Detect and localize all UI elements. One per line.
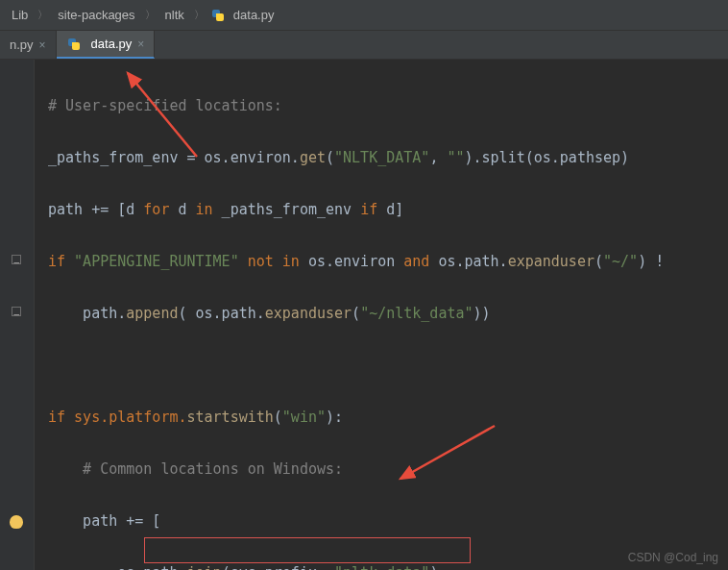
python-file-icon <box>66 37 82 52</box>
close-icon[interactable]: × <box>39 38 46 52</box>
breadcrumb-file[interactable]: data.py <box>230 6 279 24</box>
close-icon[interactable]: × <box>137 37 144 51</box>
code-area[interactable]: # User-specified locations: _paths_from_… <box>35 60 664 570</box>
breadcrumb-nltk[interactable]: nltk <box>161 6 188 24</box>
breadcrumb-lib[interactable]: Lib <box>8 6 32 24</box>
chevron-icon: 〉 <box>188 8 210 22</box>
chevron-icon: 〉 <box>139 8 161 22</box>
code-text: _paths_from_env <box>48 149 178 166</box>
tab-label: n.py <box>10 37 34 52</box>
comment: # User-specified locations: <box>48 97 282 114</box>
breadcrumb: Lib 〉 site-packages 〉 nltk 〉 data.py <box>0 0 728 31</box>
fold-marker-icon[interactable] <box>12 255 21 264</box>
python-file-icon <box>210 8 226 23</box>
intention-bulb-icon[interactable] <box>10 515 23 529</box>
tab-inactive[interactable]: n.py × <box>0 31 57 59</box>
code-editor[interactable]: # User-specified locations: _paths_from_… <box>0 60 728 570</box>
fold-marker-icon[interactable] <box>12 307 21 316</box>
gutter <box>0 60 35 570</box>
watermark: CSDN @Cod_ing <box>628 551 718 564</box>
tab-active[interactable]: data.py × <box>57 31 156 59</box>
editor-tabs: n.py × data.py × <box>0 31 728 60</box>
tab-label: data.py <box>91 37 133 51</box>
breadcrumb-site-packages[interactable]: site-packages <box>54 6 138 24</box>
chevron-icon: 〉 <box>32 8 54 22</box>
